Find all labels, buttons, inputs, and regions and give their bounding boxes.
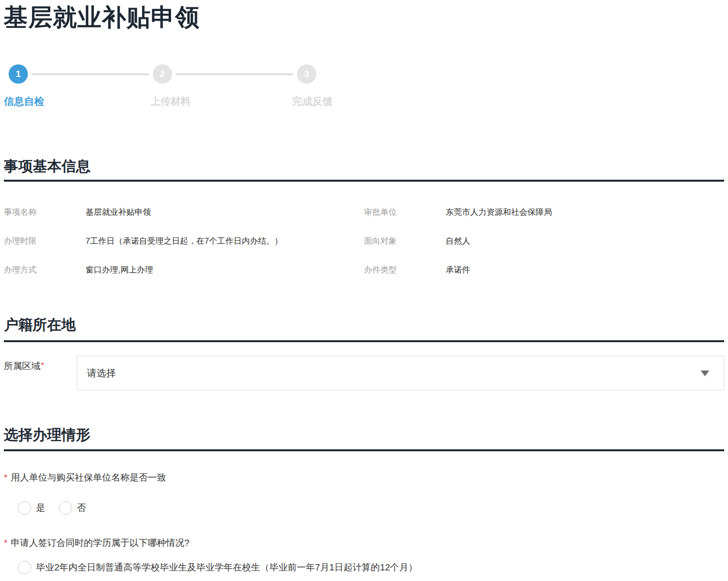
required-asterisk: * bbox=[4, 472, 7, 482]
step-3-circle: 3 bbox=[297, 64, 316, 84]
required-asterisk: * bbox=[41, 361, 44, 370]
radio-option-no[interactable]: 否 bbox=[59, 501, 86, 515]
chevron-down-icon bbox=[701, 371, 709, 376]
region-select-value: 请选择 bbox=[87, 367, 116, 380]
section-rule-residence bbox=[4, 340, 724, 342]
step-1-label: 信息自检 bbox=[4, 95, 44, 108]
step-connector-2 bbox=[176, 73, 293, 75]
step-1-number: 1 bbox=[16, 69, 21, 79]
required-asterisk: * bbox=[4, 538, 7, 548]
progress-stepper: 1 2 3 信息自检 上传材料 完成反馈 bbox=[4, 64, 724, 109]
radio-button-icon[interactable] bbox=[59, 501, 72, 515]
field-value-target-audience: 自然人 bbox=[446, 236, 470, 247]
region-select[interactable]: 请选择 bbox=[77, 356, 724, 390]
main-content: 基层就业补贴申领 1 2 3 信息自检 上传材料 完成反馈 事项基本信息 事项名… bbox=[0, 1, 728, 574]
table-row: 办理方式 窗口办理,网上办理 办件类型 承诺件 bbox=[4, 265, 724, 275]
region-form-row: 所属区域* 请选择 bbox=[4, 356, 724, 390]
field-label-handling-method: 办理方式 bbox=[4, 265, 86, 275]
radio-option-graduate[interactable]: 毕业2年内全日制普通高等学校毕业生及毕业学年在校生（毕业前一年7月1日起计算的1… bbox=[18, 561, 418, 574]
step-3-label: 完成反馈 bbox=[292, 95, 333, 108]
table-row: 事项名称 基层就业补贴申领 审批单位 东莞市人力资源和社会保障局 bbox=[4, 207, 724, 218]
radio-option-yes[interactable]: 是 bbox=[18, 501, 45, 515]
field-value-time-limit: 7工作日（承诺自受理之日起，在7个工作日内办结。） bbox=[86, 236, 283, 247]
field-value-case-type: 承诺件 bbox=[446, 265, 470, 275]
step-2-number: 2 bbox=[160, 69, 165, 79]
field-value-item-name: 基层就业补贴申领 bbox=[86, 207, 151, 218]
question-text: 用人单位与购买社保单位名称是否一致 bbox=[11, 472, 166, 482]
step-1-circle: 1 bbox=[9, 64, 28, 84]
basic-info-grid: 事项名称 基层就业补贴申领 审批单位 东莞市人力资源和社会保障局 办理时限 7工… bbox=[4, 207, 724, 275]
radio-label: 是 bbox=[36, 502, 45, 514]
section-title-residence: 户籍所在地 bbox=[4, 317, 724, 333]
section-rule-basic-info bbox=[4, 180, 724, 182]
question-text: 申请人签订合同时的学历属于以下哪种情况? bbox=[11, 538, 189, 548]
step-3-number: 3 bbox=[304, 69, 309, 79]
field-label-time-limit: 办理时限 bbox=[4, 236, 86, 247]
step-connector-1 bbox=[32, 73, 149, 75]
field-value-handling-method: 窗口办理,网上办理 bbox=[86, 265, 153, 275]
section-rule-situation bbox=[4, 449, 724, 451]
field-value-approval-unit: 东莞市人力资源和社会保障局 bbox=[446, 207, 552, 218]
question-employer-match: *用人单位与购买社保单位名称是否一致 bbox=[4, 472, 724, 483]
question-education-status-options: 毕业2年内全日制普通高等学校毕业生及毕业学年在校生（毕业前一年7月1日起计算的1… bbox=[4, 561, 724, 574]
field-label-target-audience: 面向对象 bbox=[364, 236, 446, 247]
radio-label: 毕业2年内全日制普通高等学校毕业生及毕业学年在校生（毕业前一年7月1日起计算的1… bbox=[36, 561, 418, 574]
radio-button-icon[interactable] bbox=[18, 501, 31, 515]
field-label-approval-unit: 审批单位 bbox=[364, 207, 446, 218]
section-title-basic-info: 事项基本信息 bbox=[4, 159, 724, 174]
field-label-case-type: 办件类型 bbox=[364, 265, 446, 275]
question-employer-match-options: 是 否 bbox=[4, 501, 724, 515]
step-2-circle: 2 bbox=[153, 64, 172, 84]
step-2-label: 上传材料 bbox=[150, 95, 191, 108]
section-title-situation: 选择办理情形 bbox=[4, 427, 724, 443]
page-title: 基层就业补贴申领 bbox=[4, 1, 724, 34]
question-education-status: *申请人签订合同时的学历属于以下哪种情况? bbox=[4, 537, 724, 549]
field-label-item-name: 事项名称 bbox=[4, 207, 86, 218]
region-field-label: 所属区域* bbox=[4, 356, 77, 390]
table-row: 办理时限 7工作日（承诺自受理之日起，在7个工作日内办结。） 面向对象 自然人 bbox=[4, 236, 724, 247]
radio-label: 否 bbox=[77, 502, 86, 514]
radio-button-icon[interactable] bbox=[18, 561, 31, 574]
